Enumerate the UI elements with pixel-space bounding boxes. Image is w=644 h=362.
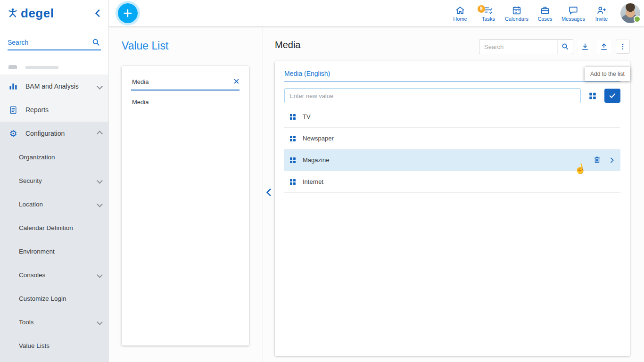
plus-icon: [123, 8, 133, 18]
home-icon: [455, 5, 465, 16]
sidebar-item-calendar-definition[interactable]: Calendar Definition: [0, 216, 108, 239]
topnav-item-calendars[interactable]: Calendars: [503, 5, 531, 22]
topnav-item-home[interactable]: Home: [446, 5, 474, 22]
tiles-icon: [289, 178, 297, 186]
confirm-add-button[interactable]: [604, 89, 620, 103]
search-button[interactable]: [557, 40, 573, 54]
topnav-item-cases[interactable]: Cases: [531, 5, 559, 22]
sidebar-item-organization[interactable]: Organization: [0, 145, 108, 169]
sidebar-item-bam-and-analysis[interactable]: BAM and Analysis: [0, 74, 108, 98]
chevron-up-icon: [97, 131, 103, 137]
more-options-button[interactable]: [616, 40, 630, 54]
topnav-item-messages[interactable]: Messages: [559, 5, 587, 22]
value-list-filter: [131, 74, 239, 90]
media-values-card: Media (English) TV: [275, 61, 630, 356]
chat-icon: [568, 5, 578, 16]
topnav-label: Invite: [595, 16, 608, 22]
value-label: Newspaper: [303, 135, 334, 142]
detail-search: [479, 39, 573, 54]
topnav-label: Home: [453, 16, 467, 22]
value-label: Magazine: [303, 156, 329, 164]
tiles-icon: [289, 135, 297, 142]
topnav-label: Calendars: [505, 16, 528, 22]
brand-name: degel: [21, 6, 54, 21]
value-label: TV: [303, 113, 311, 120]
chevron-down-icon: [97, 83, 103, 90]
value-list-item-media[interactable]: Media: [131, 90, 239, 114]
value-list-card: Media: [122, 66, 249, 346]
sub-item-label: Location: [19, 201, 98, 208]
chevron-down-icon: [97, 201, 103, 207]
sub-item-label: Organization: [19, 154, 102, 161]
group-header: Media (English): [284, 70, 620, 82]
value-row-internet[interactable]: Internet: [284, 171, 620, 193]
page-title: Value List: [122, 40, 168, 52]
value-row-newspaper[interactable]: Newspaper: [284, 128, 620, 149]
sub-item-label: Consoles: [19, 272, 98, 279]
topnav: Home 9 Tasks Calendars Cases: [446, 0, 644, 26]
sidebar-item-reports[interactable]: Reports: [0, 98, 108, 122]
value-row-magazine[interactable]: Magazine: [284, 149, 620, 171]
bar-chart-icon: [8, 82, 19, 91]
sidebar-item-label: Configuration: [25, 130, 98, 137]
value-list-filter-input[interactable]: [131, 74, 238, 90]
gear-icon: ⚙: [8, 129, 19, 138]
sub-item-label: Calendar Definition: [19, 224, 102, 231]
delete-button[interactable]: [593, 156, 602, 165]
search-icon: [561, 42, 570, 51]
clipped-menu-icon: [8, 65, 17, 69]
row-actions: [593, 156, 616, 165]
tasks-badge: 9: [478, 5, 485, 13]
sidebar-item-configuration[interactable]: ⚙ Configuration: [0, 122, 108, 145]
logo-figure-icon: [7, 8, 19, 19]
detail-search-input[interactable]: [479, 43, 557, 50]
sidebar-item-location[interactable]: Location: [0, 192, 108, 216]
configuration-section: ⚙ Configuration Organization Security Lo…: [0, 122, 108, 362]
values-list: TV Newspaper Magazine: [284, 106, 620, 193]
sub-item-label: Environment: [19, 248, 102, 255]
translations-button[interactable]: [586, 89, 600, 103]
chevron-down-icon: [97, 319, 103, 325]
sub-item-label: Customize Login: [19, 295, 102, 302]
sidebar-item-consoles[interactable]: Consoles: [0, 263, 108, 287]
sidebar-item-tools[interactable]: Tools: [0, 310, 108, 334]
user-avatar[interactable]: [620, 3, 640, 23]
topbar: Home 9 Tasks Calendars Cases: [108, 0, 644, 26]
detail-title: Media: [275, 40, 300, 50]
mouse-cursor: ☝: [573, 162, 586, 175]
chevron-right-icon: [608, 156, 616, 164]
clear-filter-button[interactable]: [233, 78, 239, 86]
sidebar-search-input[interactable]: [8, 37, 88, 49]
sidebar-item-value-lists[interactable]: Value Lists: [0, 334, 108, 357]
chevron-down-icon: [97, 178, 103, 184]
sub-item-label: Tools: [19, 319, 98, 326]
new-value-input[interactable]: [284, 88, 581, 103]
topnav-item-tasks[interactable]: 9 Tasks: [474, 5, 503, 22]
calendar-icon: [512, 5, 522, 16]
search-icon[interactable]: [91, 38, 101, 49]
sidebar-collapse-button[interactable]: [95, 9, 103, 17]
new-value-row: [284, 88, 620, 103]
clipped-menu-item[interactable]: [8, 60, 101, 69]
sidebar-item-security[interactable]: Security: [0, 169, 108, 192]
sidebar-item-environment[interactable]: Environment: [0, 239, 108, 263]
download-icon: [581, 42, 589, 51]
panel-collapse-button[interactable]: [267, 189, 273, 197]
value-row-tv[interactable]: TV: [284, 106, 620, 128]
sidebar-item-label: Reports: [25, 106, 102, 114]
topnav-item-invite[interactable]: Invite: [587, 5, 616, 22]
open-row-button[interactable]: [608, 156, 616, 164]
add-button[interactable]: [118, 3, 138, 23]
clipped-menu-label: [25, 66, 58, 69]
person-add-icon: [596, 5, 607, 16]
value-label: Internet: [303, 178, 323, 185]
sidebar-nav: BAM and Analysis Reports ⚙ Configuration…: [0, 74, 108, 362]
tiles-icon: [289, 156, 297, 164]
export-button[interactable]: [597, 40, 611, 54]
chevron-left-icon: [266, 189, 274, 197]
sidebar-item-customize-login[interactable]: Customize Login: [0, 287, 108, 310]
tiles-icon: [289, 113, 297, 121]
online-status-dot: [634, 16, 641, 23]
check-icon: [608, 91, 617, 100]
import-button[interactable]: [578, 40, 592, 54]
